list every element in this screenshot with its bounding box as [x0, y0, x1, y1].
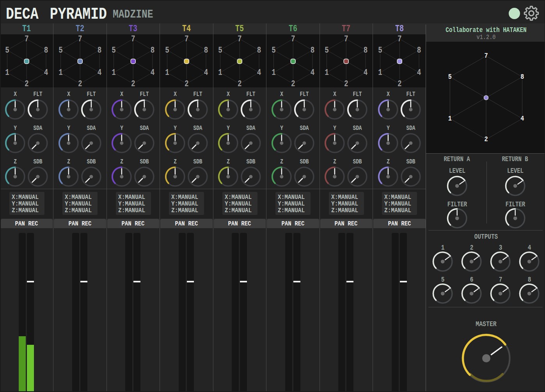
svg-text:4: 4	[257, 67, 261, 77]
svg-text:7: 7	[484, 52, 488, 60]
svg-text:8: 8	[204, 45, 208, 55]
svg-text:7: 7	[78, 34, 82, 44]
svg-text:7: 7	[291, 34, 295, 44]
svg-text:2: 2	[344, 79, 348, 87]
svg-text:1: 1	[448, 115, 452, 123]
svg-text:5: 5	[5, 45, 9, 55]
svg-text:2: 2	[78, 79, 82, 87]
svg-text:5: 5	[448, 73, 452, 81]
svg-text:5: 5	[325, 45, 329, 55]
svg-text:7: 7	[131, 34, 135, 44]
svg-text:4: 4	[520, 115, 524, 123]
svg-text:8: 8	[44, 45, 48, 55]
svg-text:7: 7	[397, 34, 401, 44]
svg-text:8: 8	[151, 45, 155, 55]
svg-text:5: 5	[218, 45, 222, 55]
svg-text:2: 2	[397, 79, 401, 87]
svg-text:5: 5	[378, 45, 382, 55]
svg-text:1: 1	[272, 67, 276, 77]
svg-text:2: 2	[184, 79, 188, 87]
svg-text:4: 4	[310, 67, 314, 77]
svg-text:2: 2	[131, 79, 135, 87]
svg-text:2: 2	[25, 79, 29, 87]
svg-text:5: 5	[59, 45, 63, 55]
svg-text:7: 7	[344, 34, 348, 44]
svg-text:5: 5	[112, 45, 116, 55]
svg-text:2: 2	[484, 135, 488, 144]
svg-text:8: 8	[364, 45, 368, 55]
svg-text:8: 8	[257, 45, 261, 55]
svg-text:1: 1	[378, 67, 382, 77]
svg-text:1: 1	[112, 67, 116, 77]
svg-text:7: 7	[238, 34, 242, 44]
svg-text:4: 4	[97, 67, 101, 77]
svg-text:8: 8	[520, 73, 524, 81]
svg-text:4: 4	[151, 67, 155, 77]
svg-text:2: 2	[291, 79, 295, 87]
svg-text:8: 8	[417, 45, 421, 55]
svg-text:7: 7	[184, 34, 188, 44]
svg-text:1: 1	[5, 67, 9, 77]
svg-text:2: 2	[238, 79, 242, 87]
svg-text:4: 4	[44, 67, 48, 77]
svg-text:8: 8	[97, 45, 101, 55]
svg-text:1: 1	[325, 67, 329, 77]
svg-text:5: 5	[272, 45, 276, 55]
svg-text:1: 1	[165, 67, 169, 77]
svg-text:7: 7	[25, 34, 29, 44]
svg-text:4: 4	[417, 67, 421, 77]
svg-text:4: 4	[364, 67, 368, 77]
svg-text:1: 1	[59, 67, 63, 77]
svg-text:4: 4	[204, 67, 208, 77]
svg-text:5: 5	[165, 45, 169, 55]
svg-text:8: 8	[310, 45, 314, 55]
svg-text:1: 1	[218, 67, 222, 77]
